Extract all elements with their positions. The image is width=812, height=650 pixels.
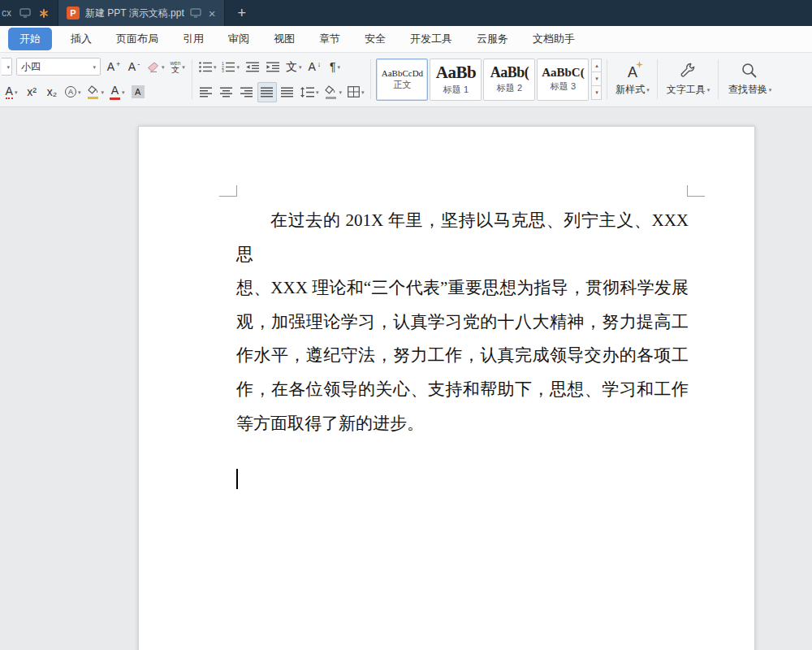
numbered-list-button[interactable]: 123 ▾ <box>219 57 242 77</box>
shrink-font-button[interactable]: A- <box>124 57 144 77</box>
gallery-more-button[interactable]: ▾ <box>591 86 602 100</box>
ribbon: ▾ 小四 ▾ A+ A- ▾ wén 文 ▾ <box>0 53 812 107</box>
sort-icon: A <box>309 61 316 72</box>
menu-security[interactable]: 安全 <box>352 28 398 50</box>
numbered-list-icon: 123 <box>222 62 235 72</box>
increase-indent-button[interactable] <box>263 57 283 77</box>
chevron-down-icon: ▾ <box>339 89 342 95</box>
menu-section[interactable]: 章节 <box>307 28 352 50</box>
superscript-icon: x² <box>27 86 37 98</box>
paragraph-mark-icon: ¶ <box>330 61 336 72</box>
style-heading-2[interactable]: AaBb( 标题 2 <box>483 58 535 101</box>
menu-references[interactable]: 引用 <box>171 28 216 50</box>
pinyin-guide-button[interactable]: wén 文 ▾ <box>168 57 188 77</box>
align-right-icon <box>240 87 253 98</box>
character-shading-button[interactable]: A <box>128 82 148 102</box>
justify-icon <box>261 87 273 98</box>
font-size-combo[interactable]: 小四 ▾ <box>16 58 101 76</box>
chevron-down-icon: ▾ <box>316 89 319 95</box>
chevron-down-icon: ▾ <box>646 87 650 93</box>
find-replace-button[interactable]: 查找替换▾ <box>721 55 778 103</box>
asian-layout-icon: 文 <box>286 61 297 72</box>
clear-format-button[interactable]: ▾ <box>145 57 167 77</box>
highlight-color-button[interactable]: ▾ <box>84 82 107 102</box>
distribute-button[interactable] <box>278 82 297 102</box>
borders-icon <box>348 86 360 98</box>
tab-document-fragment[interactable]: cx <box>0 0 58 26</box>
shading-color-button[interactable]: ▾ <box>322 82 344 102</box>
text-tools-button[interactable]: 文字工具▾ <box>660 55 715 103</box>
style-normal[interactable]: AaBbCcDd 正文 <box>376 58 428 101</box>
text-effects-icon: A <box>6 85 13 99</box>
document-line[interactable]: 作水平，遵纪守法，努力工作，认真完成领导交办的各项工 <box>236 339 689 373</box>
text-effects-button[interactable]: A▾ <box>2 82 21 102</box>
document-area: 在过去的 201X 年里，坚持以马克思、列宁主义、XXX 思 想、XXX 理论和… <box>0 107 812 650</box>
asian-layout-button[interactable]: 文▾ <box>283 57 304 77</box>
menu-cloud-service[interactable]: 云服务 <box>464 28 520 50</box>
gallery-scroll: ▴ ▾ ▾ <box>591 58 602 100</box>
line-spacing-button[interactable]: ▾ <box>298 82 322 102</box>
chevron-down-icon: ▾ <box>102 89 105 95</box>
justify-button[interactable] <box>257 82 277 102</box>
document-page[interactable]: 在过去的 201X 年里，坚持以马克思、列宁主义、XXX 思 想、XXX 理论和… <box>138 126 755 650</box>
new-tab-button[interactable]: + <box>238 5 247 22</box>
tab-title: 新建 PPT 演示文稿.ppt <box>85 6 184 20</box>
document-line[interactable]: 想、XXX 理论和“三个代表”重要思想为指导，贯彻科学发展 <box>236 271 689 306</box>
font-size-value: 小四 <box>21 60 41 74</box>
gallery-scroll-down[interactable]: ▾ <box>591 72 602 86</box>
decrease-indent-button[interactable] <box>243 57 262 77</box>
eraser-icon <box>147 62 160 72</box>
font-name-combo-partial[interactable]: ▾ <box>2 58 12 76</box>
menu-insert[interactable]: 插入 <box>58 28 104 50</box>
document-text[interactable]: 在过去的 201X 年里，坚持以马克思、列宁主义、XXX 思 想、XXX 理论和… <box>236 204 689 440</box>
group-divider <box>192 59 192 99</box>
increase-indent-icon <box>266 62 279 72</box>
menu-page-layout[interactable]: 页面布局 <box>104 28 171 50</box>
document-line[interactable]: 在过去的 201X 年里，坚持以马克思、列宁主义、XXX 思 <box>236 204 689 271</box>
text-cursor <box>236 469 238 489</box>
show-marks-button[interactable]: ¶▾ <box>325 57 344 77</box>
line-spacing-icon <box>300 87 314 98</box>
document-line[interactable]: 作，在各位领导的关心、支持和帮助下，思想、学习和工作 <box>236 373 689 407</box>
borders-button[interactable]: ▾ <box>345 82 367 102</box>
enclose-character-button[interactable]: A▾ <box>63 82 84 102</box>
gallery-scroll-up[interactable]: ▴ <box>591 58 602 72</box>
chevron-down-icon: ▾ <box>299 64 302 70</box>
menu-dev-tools[interactable]: 开发工具 <box>398 28 464 50</box>
font-color-button[interactable]: A ▾ <box>107 82 127 102</box>
menu-review[interactable]: 审阅 <box>216 28 261 50</box>
chevron-down-icon: ▾ <box>236 64 240 70</box>
superscript-button[interactable]: x² <box>22 82 41 102</box>
menu-view[interactable]: 视图 <box>261 28 307 50</box>
chevron-down-icon: ▾ <box>6 64 10 70</box>
sort-button[interactable]: A↓ <box>304 57 324 77</box>
star-icon[interactable] <box>39 9 48 18</box>
monitor-icon[interactable] <box>190 8 201 18</box>
document-line[interactable]: 观，加强理论学习，认真学习党的十八大精神，努力提高工 <box>236 306 689 340</box>
chevron-down-icon: ▾ <box>337 64 340 70</box>
menu-home[interactable]: 开始 <box>8 28 52 50</box>
chevron-down-icon: ▾ <box>707 87 710 93</box>
menu-doc-assistant[interactable]: 文档助手 <box>520 28 587 50</box>
margin-mark-top-right <box>687 185 705 197</box>
align-right-button[interactable] <box>237 82 257 102</box>
margin-mark-top-left <box>219 185 237 197</box>
align-center-button[interactable] <box>217 82 236 102</box>
align-left-button[interactable] <box>197 82 216 102</box>
align-left-icon <box>200 87 212 98</box>
close-tab-icon[interactable]: × <box>209 6 216 20</box>
document-line[interactable]: 等方面取得了新的进步。 <box>236 407 689 441</box>
chevron-down-icon: ▾ <box>15 89 18 95</box>
svg-text:3: 3 <box>222 68 224 72</box>
minus-icon: - <box>137 60 140 68</box>
new-style-button[interactable]: A 新样式▾ <box>610 55 654 103</box>
bullet-list-button[interactable]: ▾ <box>197 57 219 77</box>
tab-ppt-document[interactable]: P 新建 PPT 演示文稿.ppt × <box>58 0 225 26</box>
font-color-icon: A <box>110 84 120 100</box>
style-heading-1[interactable]: AaBb 标题 1 <box>430 58 482 101</box>
grow-font-button[interactable]: A+ <box>104 57 123 77</box>
monitor-icon[interactable] <box>19 8 31 18</box>
subscript-button[interactable]: x₂ <box>42 82 62 102</box>
decrease-indent-icon <box>246 62 259 72</box>
style-heading-3[interactable]: AaBbC( 标题 3 <box>537 58 589 101</box>
